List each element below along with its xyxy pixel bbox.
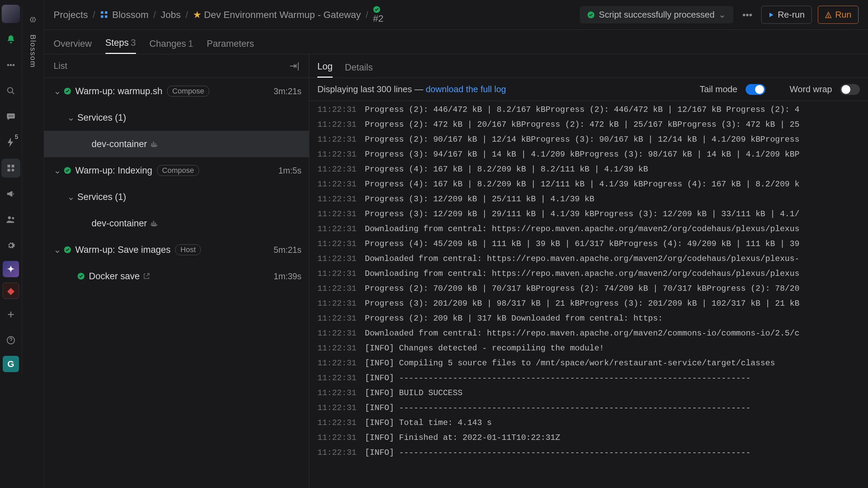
bottom-logo[interactable]: G xyxy=(3,356,19,372)
log-line: 11:22:31[INFO] Compiling 5 source files … xyxy=(317,356,868,371)
svg-rect-32 xyxy=(155,223,156,224)
step-duration: 1m:39s xyxy=(274,271,301,281)
left-rail: ✦ ◆ G Blossom xyxy=(0,0,44,488)
svg-point-3 xyxy=(7,87,13,93)
download-log-link[interactable]: download the full log xyxy=(426,84,506,94)
breadcrumb: Projects / Blossom / Jobs / ★ Dev Enviro… xyxy=(54,6,383,24)
crumb-workspace[interactable]: Blossom xyxy=(100,9,149,20)
log-line: 11:22:31[INFO] Finished at: 2022-01-11T1… xyxy=(317,430,868,445)
svg-rect-25 xyxy=(151,143,153,145)
log-line: 11:22:31Downloaded from central: https:/… xyxy=(317,251,868,266)
svg-point-5 xyxy=(9,116,10,117)
svg-rect-8 xyxy=(7,165,10,167)
log-line: 11:22:31[INFO] -------------------------… xyxy=(317,371,868,386)
more-icon[interactable] xyxy=(1,56,20,75)
steps-header: List xyxy=(54,61,67,71)
log-line: 11:22:31Progress (2): 446/472 kB | 8.2/1… xyxy=(317,102,868,117)
tail-label: Tail mode xyxy=(699,84,737,95)
apps-icon[interactable] xyxy=(1,159,20,178)
svg-point-11 xyxy=(8,216,11,219)
step-duration: 3m:21s xyxy=(274,86,301,96)
expand-icon[interactable]: ⇥| xyxy=(290,61,299,71)
svg-rect-18 xyxy=(101,15,103,18)
log-line: 11:22:31Progress (2): 472 kB | 20/167 kB… xyxy=(317,117,868,132)
crumb-jobs[interactable]: Jobs xyxy=(161,9,181,20)
step-label: Warm-up: Save images xyxy=(75,245,171,255)
run-button[interactable]: Run xyxy=(818,6,859,24)
log-line: 11:22:31Progress (2): 209 kB | 317 kB Do… xyxy=(317,311,868,326)
log-panel: Log Details Displaying last 300 lines — … xyxy=(309,54,868,488)
rerun-button[interactable]: Re-run xyxy=(761,6,812,24)
megaphone-icon[interactable] xyxy=(1,184,20,203)
log-line: 11:22:31Downloading from central: https:… xyxy=(317,266,868,281)
svg-rect-16 xyxy=(101,11,103,14)
workspace-r-icon[interactable]: ◆ xyxy=(3,283,19,299)
svg-rect-9 xyxy=(12,165,14,167)
step-row[interactable]: ⌄Services (1) xyxy=(44,184,309,210)
svg-rect-28 xyxy=(153,142,154,143)
svg-point-7 xyxy=(12,116,13,117)
step-row[interactable]: ⌄Warm-up: IndexingCompose1m:5s xyxy=(44,157,309,184)
caret-down-icon: ⌄ xyxy=(54,86,61,97)
success-icon xyxy=(64,246,71,253)
team-icon[interactable] xyxy=(1,210,20,229)
success-icon xyxy=(64,87,71,95)
caret-down-icon: ⌄ xyxy=(67,112,75,123)
workspace-b-icon[interactable]: ✦ xyxy=(3,261,19,277)
log-line: 11:22:31Progress (3): 12/209 kB | 29/111… xyxy=(317,207,868,222)
step-label: Warm-up: Indexing xyxy=(75,165,152,176)
external-icon xyxy=(143,273,150,280)
logtab-details[interactable]: Details xyxy=(345,62,373,78)
settings-icon[interactable] xyxy=(1,236,20,255)
tail-toggle[interactable] xyxy=(746,84,765,95)
avatar[interactable] xyxy=(2,5,20,23)
docker-icon xyxy=(151,220,159,227)
wrap-toggle[interactable] xyxy=(840,84,860,95)
help-icon[interactable] xyxy=(1,331,20,350)
log-line: 11:22:31Progress (2): 90/167 kB | 12/14 … xyxy=(317,132,868,147)
tab-overview[interactable]: Overview xyxy=(54,39,92,54)
tab-changes[interactable]: Changes1 xyxy=(150,39,193,54)
log-line: 11:22:31[INFO] Total time: 4.143 s xyxy=(317,415,868,430)
collapse-icon[interactable] xyxy=(23,10,42,29)
log-line: 11:22:31Downloading from central: https:… xyxy=(317,222,868,237)
status-pill[interactable]: Script successfully processed ⌄ xyxy=(580,6,733,23)
step-row[interactable]: dev-container xyxy=(44,210,309,237)
crumb-projects[interactable]: Projects xyxy=(54,9,88,20)
success-icon xyxy=(64,167,71,174)
step-label: dev-container xyxy=(92,139,147,149)
step-label: Services (1) xyxy=(77,192,126,202)
log-displaying: Displaying last 300 lines — download the… xyxy=(317,84,506,95)
log-line: 11:22:31Progress (4): 167 kB | 8.2/209 k… xyxy=(317,162,868,177)
step-row[interactable]: ⌄Services (1) xyxy=(44,104,309,131)
crumb-run: #2 xyxy=(373,6,383,24)
star-icon: ★ xyxy=(193,9,201,20)
logtab-log[interactable]: Log xyxy=(317,61,333,78)
svg-point-1 xyxy=(10,64,12,66)
crumb-job[interactable]: ★ Dev Environment Warmup - Gateway xyxy=(193,9,361,20)
subtabs: Overview Steps3 Changes1 Parameters xyxy=(44,30,868,54)
step-label: Warm-up: warmup.sh xyxy=(75,86,162,97)
more-actions-icon[interactable]: ••• xyxy=(739,9,755,20)
step-label: Services (1) xyxy=(77,113,126,123)
step-row[interactable]: ⌄Warm-up: Save imagesHost5m:21s xyxy=(44,237,309,263)
actions-icon[interactable] xyxy=(1,133,20,152)
log-line: 11:22:31Progress (3): 201/209 kB | 98/31… xyxy=(317,296,868,311)
step-row[interactable]: ⌄Warm-up: warmup.shCompose3m:21s xyxy=(44,78,309,104)
chat-icon[interactable] xyxy=(1,107,20,126)
step-row[interactable]: dev-container xyxy=(44,131,309,157)
caret-down-icon: ⌄ xyxy=(54,244,61,255)
tab-parameters[interactable]: Parameters xyxy=(207,39,254,54)
svg-rect-27 xyxy=(155,143,156,145)
notifications-icon[interactable] xyxy=(1,30,20,49)
step-label: dev-container xyxy=(92,218,147,229)
svg-point-2 xyxy=(13,64,15,66)
log-line: 11:22:31[INFO] -------------------------… xyxy=(317,401,868,415)
svg-rect-17 xyxy=(105,11,107,14)
search-icon[interactable] xyxy=(1,81,20,100)
svg-rect-31 xyxy=(153,223,154,224)
add-icon[interactable] xyxy=(1,305,20,324)
step-row[interactable]: Docker save1m:39s xyxy=(44,263,309,289)
tab-steps[interactable]: Steps3 xyxy=(105,38,136,54)
step-label: Docker save xyxy=(89,271,140,282)
